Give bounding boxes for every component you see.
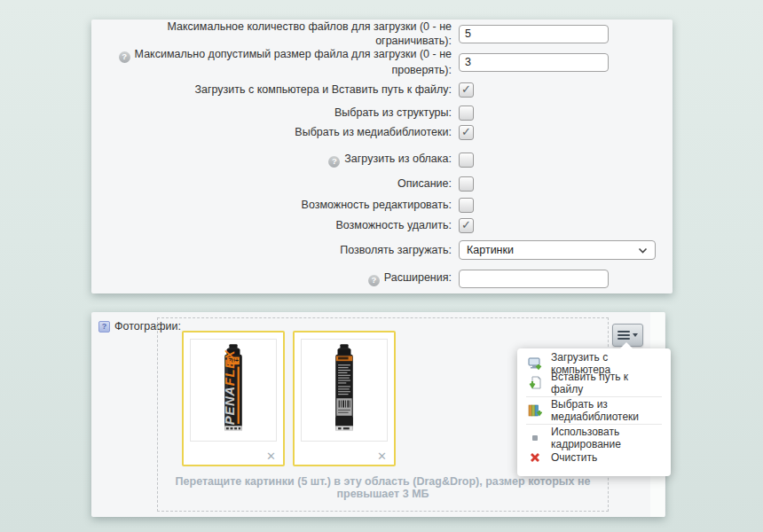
photos-panel: ? Фотографии: 70+ PENAFLE — [91, 312, 665, 517]
form-row-description: Описание: ✓ — [91, 176, 673, 191]
can-brand-flex-text: FLEX — [222, 349, 237, 386]
form-row-cloud: ?Загрузить из облака: ✓ — [91, 153, 673, 167]
from-structure-label: Выбрать из структуры: — [334, 106, 452, 119]
can-brand-pena-text: PENA — [222, 386, 237, 425]
crop-square-icon — [528, 431, 542, 445]
allow-edit-checkbox[interactable]: ✓ — [459, 198, 474, 213]
spray-can-front-image: 70+ PENAFLEX — [208, 343, 259, 437]
allowed-types-select[interactable]: Картинки — [459, 240, 656, 260]
menu-item-label: Очистить — [551, 451, 597, 464]
upload-from-cloud-checkbox[interactable]: ✓ — [459, 153, 474, 168]
check-mark-icon: ✓ — [461, 219, 471, 231]
hamburger-icon — [617, 331, 630, 340]
cloud-label: Загрузить из облака: — [344, 153, 452, 165]
form-row-from-structure: Выбрать из структуры: ✓ — [91, 106, 673, 120]
clear-icon — [528, 450, 542, 465]
allow-delete-checkbox[interactable]: ✓ — [459, 218, 474, 233]
media-library-icon — [528, 403, 542, 418]
remove-photo-button[interactable]: ✕ — [377, 450, 387, 462]
photo-thumbnail[interactable]: 70+ PENAFLEX ✕ — [182, 331, 285, 466]
description-label: Описание: — [397, 177, 452, 190]
max-size-label-text: Максимально допустимый размер файла для … — [135, 48, 452, 76]
media-library-label: Выбрать из медиабиблиотеки: — [295, 126, 452, 138]
allowed-types-value: Картинки — [467, 244, 514, 256]
max-size-label: ?Максимально допустимый размер файла для… — [91, 47, 452, 77]
form-row-allowed-types: Позволять загружать: Картинки — [91, 240, 673, 260]
select-from-media-library-checkbox[interactable]: ✓ — [459, 125, 474, 140]
form-row-max-files: Максимальное количество файлов для загру… — [91, 24, 673, 43]
check-mark-icon: ✓ — [461, 83, 471, 95]
form-row-max-size: ?Максимально допустимый размер файла для… — [91, 52, 673, 72]
menu-separator — [526, 424, 662, 425]
computer-upload-icon — [528, 356, 542, 371]
menu-item-label: Вставить путь к файлу — [551, 371, 660, 395]
spray-can-back-image — [319, 343, 370, 437]
extensions-input[interactable] — [459, 270, 609, 288]
menu-item-clear[interactable]: Очистить — [517, 448, 671, 467]
page: Максимальное количество файлов для загру… — [0, 0, 763, 532]
photo-thumbnail[interactable]: ✕ — [293, 331, 396, 466]
help-icon[interactable]: ? — [368, 275, 380, 286]
menu-item-label: Выбрать из медиабиблиотеки — [551, 398, 660, 423]
upload-settings-form: Максимальное количество файлов для загру… — [91, 20, 673, 293]
menu-item-select-from-media-library[interactable]: Выбрать из медиабиблиотеки — [517, 401, 671, 420]
max-file-size-input[interactable] — [459, 53, 609, 72]
svg-text:PENAFLEX: PENAFLEX — [222, 349, 237, 425]
photo-image-front: 70+ PENAFLEX — [190, 339, 277, 442]
caret-down-icon — [633, 333, 638, 337]
max-files-label: Максимальное количество файлов для загру… — [91, 20, 452, 48]
form-row-allow-delete: Возможность удалить: ✓ — [91, 218, 673, 232]
form-row-allow-edit: Возможность редактировать: ✓ — [91, 198, 673, 212]
help-icon[interactable]: ? — [119, 51, 130, 63]
dropzone-hint-text: Перетащите картинки (5 шт.) в эту област… — [158, 475, 608, 500]
help-icon[interactable]: ? — [328, 156, 340, 168]
chevron-down-icon — [638, 247, 648, 254]
menu-item-insert-file-path[interactable]: Вставить путь к файлу — [517, 373, 671, 393]
allow-edit-label: Возможность редактировать: — [302, 199, 452, 211]
menu-separator — [526, 396, 662, 397]
form-row-upload-computer: Загрузить с компьютера и Вставить путь к… — [91, 82, 673, 97]
file-download-icon — [528, 376, 542, 390]
allowed-types-label: Позволять загружать: — [340, 244, 452, 256]
select-from-structure-checkbox[interactable]: ✓ — [459, 106, 474, 121]
field-help-icon[interactable]: ? — [98, 321, 110, 332]
description-checkbox[interactable]: ✓ — [459, 176, 474, 192]
form-row-media-library: Выбрать из медиабиблиотеки: ✓ — [91, 125, 673, 139]
check-mark-icon: ✓ — [461, 126, 471, 137]
allow-delete-label: Возможность удалить: — [335, 219, 452, 231]
photo-image-back — [301, 339, 388, 442]
menu-item-label: Использовать кадрирование — [551, 426, 660, 450]
max-files-label-text: Максимальное количество файлов для загру… — [168, 20, 452, 47]
extensions-label: Расширения: — [384, 271, 452, 284]
upload-from-computer-checkbox[interactable]: ✓ — [459, 82, 474, 98]
photos-actions-menu: Загрузить с компьютера Вставить путь к ф… — [517, 348, 671, 476]
remove-photo-button[interactable]: ✕ — [266, 450, 276, 462]
max-files-input[interactable] — [459, 25, 609, 43]
menu-item-use-cropping[interactable]: Использовать кадрирование — [517, 428, 671, 448]
upload-computer-label: Загрузить с компьютера и Вставить путь к… — [194, 83, 452, 96]
upload-settings-panel: Максимальное количество файлов для загру… — [91, 20, 673, 293]
form-row-extensions: ?Расширения: — [91, 269, 673, 288]
